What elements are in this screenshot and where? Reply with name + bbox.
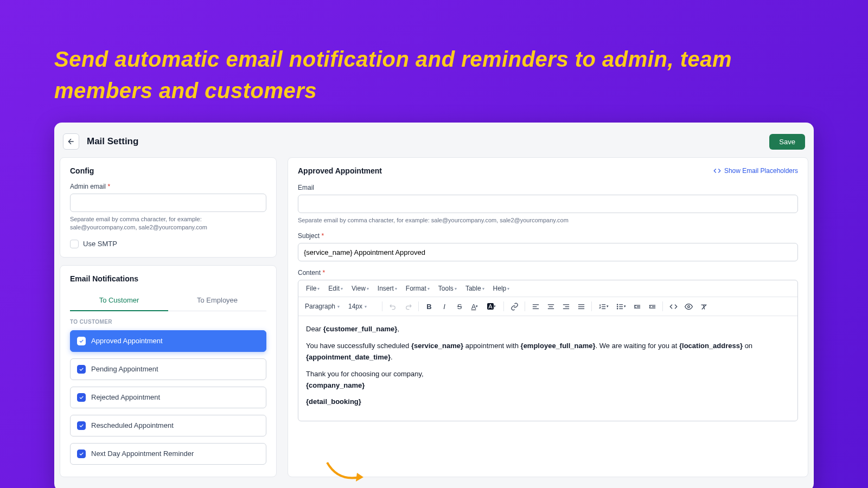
align-right-button[interactable] bbox=[559, 299, 573, 313]
notif-item-approved[interactable]: Approved Appointment bbox=[70, 330, 266, 352]
arrow-left-icon bbox=[67, 137, 75, 146]
align-justify-button[interactable] bbox=[574, 299, 588, 313]
page-title: Mail Setting bbox=[87, 136, 138, 147]
fontsize-select[interactable]: 14px▾ bbox=[345, 300, 379, 312]
notif-label: Next Day Appointment Reminder bbox=[91, 450, 194, 458]
notif-checkbox[interactable] bbox=[77, 393, 86, 402]
unordered-list-button[interactable]: ▾ bbox=[612, 299, 629, 313]
notifications-title: Email Notifications bbox=[70, 274, 266, 283]
config-card: Config Admin email * Separate email by c… bbox=[60, 157, 277, 258]
notif-label: Rescheduled Appointment bbox=[91, 421, 174, 429]
rich-text-editor: File▾ Edit▾ View▾ Insert▾ Format▾ Tools▾… bbox=[298, 280, 798, 421]
undo-button[interactable] bbox=[386, 299, 400, 313]
menu-tools[interactable]: Tools▾ bbox=[435, 284, 460, 293]
svg-point-3 bbox=[687, 306, 690, 308]
italic-button[interactable]: I bbox=[437, 299, 451, 313]
svg-point-2 bbox=[617, 309, 617, 309]
strikethrough-button[interactable]: S bbox=[452, 299, 467, 313]
svg-point-0 bbox=[617, 304, 617, 305]
code-icon bbox=[713, 167, 721, 175]
tab-to-employee[interactable]: To Employee bbox=[168, 291, 266, 311]
notifications-card: Email Notifications To Customer To Emplo… bbox=[60, 265, 277, 477]
notif-checkbox[interactable] bbox=[77, 450, 86, 458]
menu-format[interactable]: Format▾ bbox=[403, 284, 433, 293]
menu-help[interactable]: Help▾ bbox=[490, 284, 513, 293]
notif-checkbox[interactable] bbox=[77, 421, 86, 430]
use-smtp-label: Use SMTP bbox=[83, 240, 117, 248]
menu-edit[interactable]: Edit▾ bbox=[325, 284, 346, 293]
content-label: Content * bbox=[298, 269, 798, 277]
config-title: Config bbox=[70, 166, 266, 175]
indent-button[interactable] bbox=[645, 299, 659, 313]
notif-checkbox[interactable] bbox=[77, 365, 86, 374]
link-button[interactable] bbox=[507, 299, 521, 313]
notif-item-nextday[interactable]: Next Day Appointment Reminder bbox=[70, 443, 266, 465]
admin-email-input[interactable] bbox=[70, 194, 266, 212]
app-header: Mail Setting Save bbox=[60, 128, 808, 157]
menu-table[interactable]: Table▾ bbox=[462, 284, 488, 293]
notif-label: Rejected Appointment bbox=[91, 393, 160, 401]
bold-button[interactable]: B bbox=[422, 299, 436, 313]
clear-format-button[interactable] bbox=[697, 299, 711, 313]
detail-card: Approved Appointment Show Email Placehol… bbox=[288, 157, 808, 477]
tab-to-customer[interactable]: To Customer bbox=[70, 291, 168, 311]
app-window: Mail Setting Save Config Admin email * S… bbox=[54, 123, 814, 488]
use-smtp-checkbox[interactable] bbox=[70, 240, 79, 248]
email-input[interactable] bbox=[298, 195, 798, 213]
editor-toolbar: Paragraph▾ 14px▾ B I S A▾ A▾ bbox=[298, 297, 797, 316]
editor-content[interactable]: Dear {customer_full_name}, You have succ… bbox=[298, 316, 797, 421]
menu-file[interactable]: File▾ bbox=[303, 284, 323, 293]
back-button[interactable] bbox=[63, 133, 79, 150]
subject-input[interactable] bbox=[298, 243, 798, 261]
admin-email-label: Admin email * bbox=[70, 183, 266, 190]
menu-insert[interactable]: Insert▾ bbox=[374, 284, 400, 293]
ordered-list-button[interactable]: ▾ bbox=[595, 299, 611, 313]
save-button[interactable]: Save bbox=[769, 134, 805, 150]
textcolor-button[interactable]: A▾ bbox=[468, 299, 482, 313]
notif-item-rescheduled[interactable]: Rescheduled Appointment bbox=[70, 415, 266, 436]
align-left-button[interactable] bbox=[528, 299, 542, 313]
redo-button[interactable] bbox=[401, 299, 415, 313]
show-placeholders-link[interactable]: Show Email Placeholders bbox=[713, 167, 798, 175]
admin-email-hint: Separate email by comma character, for e… bbox=[70, 215, 266, 232]
notif-checkbox[interactable] bbox=[77, 337, 86, 345]
outdent-button[interactable] bbox=[630, 299, 644, 313]
editor-menubar: File▾ Edit▾ View▾ Insert▾ Format▾ Tools▾… bbox=[298, 280, 797, 297]
notif-item-pending[interactable]: Pending Appointment bbox=[70, 358, 266, 380]
notif-label: Pending Appointment bbox=[91, 365, 158, 373]
menu-view[interactable]: View▾ bbox=[348, 284, 372, 293]
align-center-button[interactable] bbox=[544, 299, 558, 313]
code-button[interactable] bbox=[666, 299, 680, 313]
svg-point-1 bbox=[617, 306, 617, 307]
paragraph-select[interactable]: Paragraph▾ bbox=[302, 300, 344, 312]
hero-headline: Send automatic email notification and re… bbox=[0, 0, 868, 123]
bgcolor-button[interactable]: A▾ bbox=[483, 299, 500, 313]
notif-item-rejected[interactable]: Rejected Appointment bbox=[70, 387, 266, 408]
email-hint: Separate email by comma character, for e… bbox=[298, 216, 798, 224]
detail-title: Approved Appointment bbox=[298, 166, 382, 175]
email-label: Email bbox=[298, 184, 798, 191]
preview-button[interactable] bbox=[681, 299, 695, 313]
notifications-subhead: TO CUSTOMER bbox=[70, 319, 266, 325]
subject-label: Subject * bbox=[298, 232, 798, 240]
notif-label: Approved Appointment bbox=[91, 337, 163, 345]
